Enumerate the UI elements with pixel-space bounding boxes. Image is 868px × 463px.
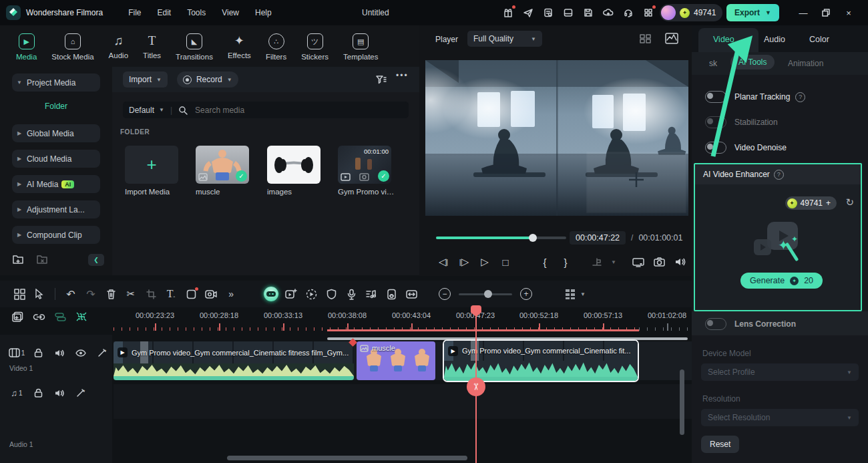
undo-icon[interactable]: ↶: [61, 284, 81, 304]
next-frame-button[interactable]: |▷: [455, 254, 473, 270]
more-tools-icon[interactable]: »: [221, 284, 241, 304]
sidebar-item-adjustment-layer[interactable]: ▶Adjustment La...: [12, 200, 100, 218]
crop-icon[interactable]: [141, 284, 161, 304]
marker-button[interactable]: [588, 254, 606, 270]
task-list-icon[interactable]: [538, 4, 558, 21]
tab-audio[interactable]: ♫Audio: [109, 33, 128, 59]
play-button[interactable]: ▷: [475, 254, 494, 270]
zoom-slider[interactable]: [459, 293, 512, 295]
record-button[interactable]: Record▼: [177, 71, 238, 88]
planar-tracking-toggle[interactable]: [705, 91, 726, 103]
support-headset-icon[interactable]: [618, 4, 638, 21]
subtab-animation[interactable]: Animation: [788, 59, 823, 68]
select-cursor-icon[interactable]: [29, 284, 49, 304]
delete-icon[interactable]: [101, 284, 121, 304]
mark-out-button[interactable]: }: [556, 254, 575, 270]
mask-tool-icon[interactable]: [181, 284, 201, 304]
enhancer-coin-balance[interactable]: ✦ 49741 +: [785, 196, 837, 210]
auto-ripple-icon[interactable]: [401, 284, 421, 304]
reset-button[interactable]: Reset: [701, 436, 739, 453]
caret-down-icon[interactable]: ▼: [580, 291, 586, 297]
track-manager-icon[interactable]: [560, 284, 580, 304]
shield-icon[interactable]: [321, 284, 341, 304]
export-caret-icon[interactable]: ▼: [765, 9, 771, 16]
timeline-clip-gym-promo-2[interactable]: ▶ Gym Promo video_Gym commercial_Cinemat…: [443, 339, 639, 382]
timeline-ruler[interactable]: 00:00:23:23 00:00:28:18 00:00:33:13 00:0…: [114, 306, 692, 334]
tab-transitions[interactable]: ◣Transitions: [176, 33, 213, 61]
search-input[interactable]: [194, 105, 403, 116]
caret-right-icon[interactable]: ▶: [12, 156, 27, 162]
vertical-scrollbar[interactable]: [680, 369, 684, 435]
track-wand-icon[interactable]: ✦: [93, 345, 111, 360]
tab-video[interactable]: Video: [713, 35, 734, 44]
lens-correction-toggle[interactable]: [705, 318, 726, 330]
tab-filters[interactable]: ∴Filters: [266, 33, 286, 61]
refresh-icon[interactable]: ↻: [845, 196, 854, 208]
filter-icon[interactable]: [375, 73, 388, 86]
tab-audio[interactable]: Audio: [764, 35, 785, 44]
tab-titles[interactable]: TTitles: [143, 33, 161, 59]
share-icon[interactable]: [518, 4, 538, 21]
account-coins[interactable]: ✦ 49741: [660, 4, 722, 21]
collapse-sidebar-button[interactable]: ❮: [88, 254, 104, 266]
subtab-mask[interactable]: sk: [709, 59, 717, 68]
screen-record-icon[interactable]: [201, 284, 221, 304]
new-folder-icon[interactable]: [12, 254, 24, 265]
zoom-slider-handle[interactable]: [484, 290, 492, 298]
play-preview-icon[interactable]: [301, 284, 321, 304]
phone-preview-icon[interactable]: [381, 284, 401, 304]
device-model-dropdown[interactable]: Select Profile▼: [701, 363, 859, 381]
mute-icon[interactable]: [51, 385, 68, 400]
previous-frame-button[interactable]: ◁|: [434, 254, 453, 270]
video-preview[interactable]: [425, 60, 688, 216]
text-tool-icon[interactable]: T‸: [161, 284, 181, 304]
timeline-clip-muscle[interactable]: muscle: [357, 341, 435, 380]
sidebar-item-cloud-media[interactable]: ▶Cloud Media: [12, 150, 100, 168]
tab-templates[interactable]: ▤Templates: [343, 33, 378, 61]
cloud-upload-icon[interactable]: [598, 4, 618, 21]
restore-button[interactable]: [815, 4, 837, 21]
caret-right-icon[interactable]: ▶: [12, 232, 27, 238]
mute-icon[interactable]: [51, 345, 68, 360]
volume-button[interactable]: [670, 254, 689, 270]
tab-color[interactable]: Color: [809, 35, 829, 44]
menu-edit[interactable]: Edit: [158, 8, 172, 17]
menu-file[interactable]: File: [128, 8, 141, 17]
sidebar-item-folder[interactable]: Folder: [0, 102, 112, 111]
caret-right-icon[interactable]: ▶: [12, 130, 27, 136]
help-icon[interactable]: ?: [795, 92, 805, 102]
keyframe-cut-icon[interactable]: [75, 311, 87, 322]
playhead-cut-button[interactable]: ✂: [467, 377, 485, 396]
quality-dropdown[interactable]: Full Quality▼: [467, 31, 542, 47]
redo-icon[interactable]: ↷: [81, 284, 101, 304]
subtab-ai-tools[interactable]: AI Tools: [730, 55, 775, 69]
zoom-out-icon[interactable]: −: [435, 284, 455, 304]
tab-effects[interactable]: ✦Effects: [228, 33, 251, 59]
tab-stock-media[interactable]: ⌂Stock Media: [51, 33, 93, 61]
gift-icon[interactable]: [498, 4, 518, 21]
add-marker-icon[interactable]: [12, 311, 23, 322]
zoom-in-icon[interactable]: +: [516, 284, 536, 304]
voiceover-mic-icon[interactable]: [341, 284, 361, 304]
menu-help[interactable]: Help: [255, 8, 272, 17]
sidebar-item-ai-media[interactable]: ▶AI MediaAI: [12, 175, 100, 193]
more-options-icon[interactable]: •••: [396, 71, 409, 80]
menu-view[interactable]: View: [222, 8, 239, 17]
sidebar-item-global-media[interactable]: ▶Global Media: [12, 124, 100, 142]
stop-button[interactable]: □: [496, 254, 515, 270]
split-scissors-icon[interactable]: ✂: [121, 284, 141, 304]
resolution-dropdown[interactable]: Select Resolution▼: [701, 409, 859, 426]
ai-copilot-icon[interactable]: [261, 284, 281, 304]
stabilization-toggle[interactable]: [705, 116, 726, 128]
save-icon[interactable]: [578, 4, 598, 21]
delete-folder-icon[interactable]: [36, 254, 48, 265]
lock-icon[interactable]: [29, 345, 47, 360]
display-device-button[interactable]: [629, 254, 648, 270]
menu-tools[interactable]: Tools: [187, 8, 206, 17]
avatar[interactable]: [661, 5, 676, 20]
add-coins-button[interactable]: +: [826, 198, 831, 208]
tab-stickers[interactable]: ツStickers: [301, 33, 329, 61]
track-wand-icon[interactable]: ✦: [72, 385, 89, 400]
sidebar-item-project-media[interactable]: ▼Project Media: [12, 73, 100, 92]
export-button[interactable]: Export▼: [726, 4, 779, 21]
